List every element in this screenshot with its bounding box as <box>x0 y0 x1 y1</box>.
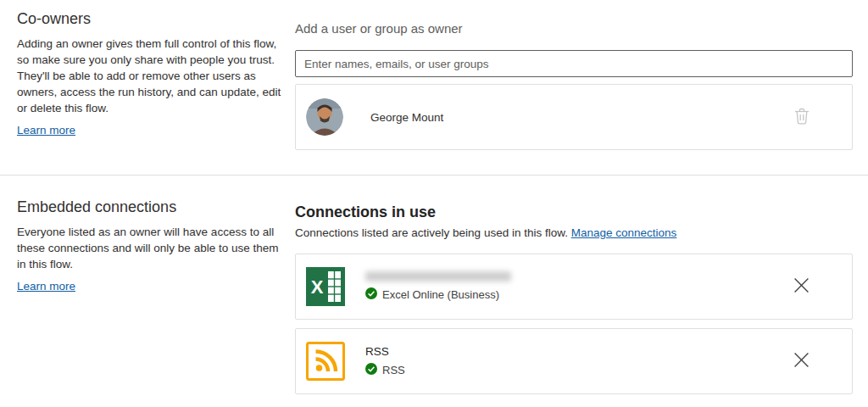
connection-row: X Excel Online (Business) <box>295 254 853 320</box>
embedded-connections-learn-more-link[interactable]: Learn more <box>17 280 75 293</box>
remove-connection-button[interactable] <box>790 274 813 299</box>
remove-connection-button[interactable] <box>790 348 813 374</box>
connection-type: Excel Online (Business) <box>382 288 499 301</box>
trash-icon <box>794 108 810 127</box>
owner-search-input[interactable] <box>295 50 853 77</box>
dismiss-icon <box>793 277 810 296</box>
embedded-connections-info: Embedded connections Everyone listed as … <box>17 198 281 293</box>
connections-in-use-title: Connections in use <box>295 204 853 221</box>
dismiss-icon <box>793 352 810 371</box>
connected-check-icon <box>365 363 377 378</box>
section-divider <box>0 175 868 176</box>
connections-in-use-panel: Connections in use Connections listed ar… <box>295 204 853 394</box>
connection-type: RSS <box>382 364 405 376</box>
manage-connections-link[interactable]: Manage connections <box>571 226 677 239</box>
coowners-title: Co-owners <box>17 10 281 28</box>
embedded-connections-description: Everyone listed as an owner will have ac… <box>17 224 281 272</box>
coowners-description: Adding an owner gives them full control … <box>17 36 281 116</box>
coowners-learn-more-link[interactable]: Learn more <box>17 124 75 137</box>
rss-icon <box>306 342 345 381</box>
owner-name: George Mount <box>370 111 443 124</box>
delete-owner-button[interactable] <box>791 104 813 131</box>
connection-account-redacted <box>365 271 511 282</box>
connections-in-use-subtitle: Connections listed are actively being us… <box>295 226 853 241</box>
connection-name: RSS <box>365 345 405 359</box>
add-owner-heading: Add a user or group as owner <box>295 20 853 37</box>
avatar <box>306 98 343 136</box>
owner-row: George Mount <box>295 84 853 150</box>
connection-row: RSS RSS <box>295 328 853 394</box>
coowners-section-info: Co-owners Adding an owner gives them ful… <box>17 10 281 137</box>
add-owner-panel: Add a user or group as owner George Moun… <box>295 20 853 150</box>
connected-check-icon <box>365 287 377 303</box>
excel-icon: X <box>306 267 345 306</box>
svg-text:X: X <box>311 276 324 298</box>
embedded-connections-title: Embedded connections <box>17 198 281 216</box>
